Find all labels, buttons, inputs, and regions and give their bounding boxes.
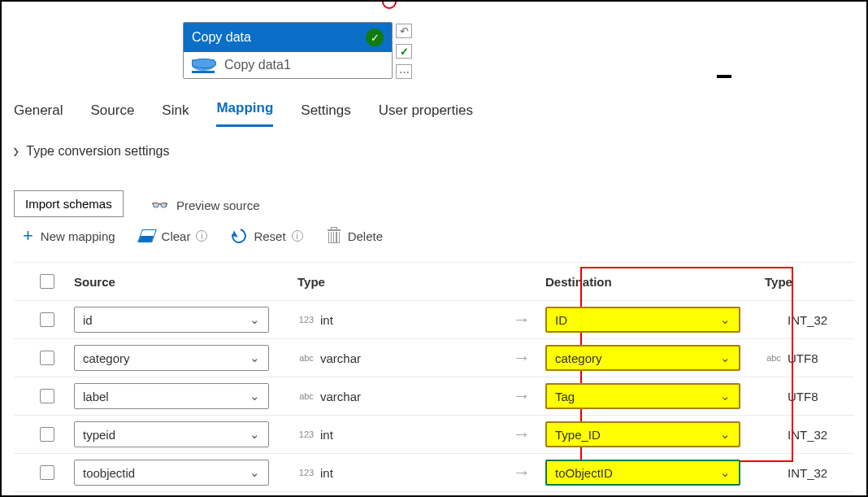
tab-general[interactable]: General (14, 102, 63, 127)
arrow-icon: → (513, 309, 545, 330)
chevron-down-icon: ⌄ (720, 465, 731, 480)
type-conversion-expander[interactable]: Type conversion settings (14, 144, 169, 159)
table-row: toobjectid ⌄ 123 int → toObjectID ⌄ INT_… (14, 454, 854, 492)
source-value: label (83, 390, 250, 403)
chevron-down-icon: ⌄ (720, 312, 731, 327)
source-type: int (320, 466, 333, 480)
source-value: category (83, 351, 250, 365)
chevron-down-icon: ⌄ (720, 427, 731, 442)
row-checkbox[interactable] (40, 351, 54, 365)
destination-select[interactable]: Type_ID ⌄ (545, 421, 740, 447)
destination-value: category (555, 351, 720, 365)
undo-icon[interactable]: ↶ (396, 24, 412, 38)
arrow-icon: → (513, 462, 545, 483)
destination-value: toObjectID (555, 466, 720, 480)
chevron-down-icon: ⌄ (720, 351, 731, 365)
destination-select[interactable]: ID ⌄ (545, 307, 740, 333)
tab-sink[interactable]: Sink (162, 102, 189, 127)
type-icon: 123 (297, 429, 315, 439)
source-value: toobjectid (83, 466, 250, 480)
col-destination: Destination (545, 275, 765, 289)
expander-label: Type conversion settings (26, 144, 169, 159)
type-icon: abc (297, 353, 315, 363)
tab-mapping[interactable]: Mapping (216, 100, 273, 127)
table-row: typeid ⌄ 123 int → Type_ID ⌄ INT_32 (14, 416, 854, 454)
source-select[interactable]: id ⌄ (74, 307, 269, 333)
check-icon[interactable]: ✓ (396, 44, 412, 59)
chevron-down-icon: ⌄ (720, 389, 731, 403)
table-header-row: Source Type Destination Type (14, 263, 854, 301)
destination-value: Tag (555, 390, 720, 403)
table-row: label ⌄ abc varchar → Tag ⌄ UTF8 (14, 377, 854, 416)
source-select[interactable]: toobjectid ⌄ (74, 460, 269, 486)
new-mapping-button[interactable]: + New mapping (23, 225, 115, 246)
destination-select[interactable]: category ⌄ (545, 345, 740, 371)
trash-icon (328, 229, 341, 243)
type-icon: abc (765, 353, 783, 363)
divider-mark (717, 75, 731, 78)
chevron-down-icon: ⌄ (250, 351, 260, 365)
row-checkbox[interactable] (40, 389, 54, 403)
clear-label: Clear (162, 229, 191, 243)
destination-select[interactable]: toObjectID ⌄ (545, 460, 740, 486)
col-type2: Type (765, 275, 854, 289)
row-checkbox[interactable] (40, 427, 54, 442)
arrow-icon: → (513, 424, 545, 445)
annotation-circle (382, 0, 397, 9)
source-value: typeid (83, 428, 250, 442)
new-mapping-label: New mapping (41, 229, 115, 243)
glasses-icon: 👓 (151, 197, 168, 214)
col-type: Type (297, 275, 513, 289)
source-select[interactable]: label ⌄ (74, 383, 269, 409)
chevron-right-icon (14, 144, 18, 159)
chevron-down-icon: ⌄ (250, 389, 260, 403)
success-badge-icon: ✓ (366, 28, 384, 46)
type-icon: 123 (297, 315, 315, 325)
destination-type: UTF8 (788, 351, 818, 365)
import-schemas-button[interactable]: Import schemas (14, 190, 124, 217)
clear-button[interactable]: Clear i (140, 229, 208, 243)
source-select[interactable]: category ⌄ (74, 345, 269, 371)
source-select[interactable]: typeid ⌄ (74, 421, 269, 447)
destination-value: Type_ID (555, 428, 720, 442)
destination-value: ID (555, 313, 720, 327)
reset-label: Reset (254, 229, 285, 243)
reset-icon (229, 226, 250, 246)
more-icon[interactable]: ⋯ (396, 64, 412, 79)
node-title: Copy data (192, 30, 251, 45)
table-row: category ⌄ abc varchar → category ⌄ abc … (14, 339, 854, 377)
destination-type: INT_32 (788, 428, 827, 442)
tab-source[interactable]: Source (90, 102, 134, 127)
destination-select[interactable]: Tag ⌄ (545, 383, 740, 409)
pipeline-node[interactable]: Copy data ✓ Copy data1 (183, 22, 393, 79)
tab-bar: General Source Sink Mapping Settings Use… (14, 99, 473, 127)
col-source: Source (74, 275, 297, 289)
chevron-down-icon: ⌄ (250, 312, 260, 327)
info-icon: i (196, 230, 207, 242)
eraser-icon (137, 229, 157, 242)
plus-icon: + (23, 225, 33, 246)
tab-user-properties[interactable]: User properties (379, 102, 473, 127)
reset-button[interactable]: Reset i (232, 229, 302, 243)
delete-label: Delete (348, 229, 383, 243)
destination-type: UTF8 (788, 390, 818, 403)
destination-type: INT_32 (788, 313, 827, 327)
source-type: varchar (320, 351, 361, 365)
row-checkbox[interactable] (40, 312, 54, 327)
row-checkbox[interactable] (40, 465, 54, 480)
source-value: id (83, 313, 250, 327)
chevron-down-icon: ⌄ (250, 427, 260, 442)
source-type: int (320, 428, 333, 442)
preview-source-link[interactable]: 👓 Preview source (151, 197, 260, 214)
tab-settings[interactable]: Settings (301, 102, 350, 127)
table-row: id ⌄ 123 int → ID ⌄ INT_32 (14, 301, 854, 339)
delete-button[interactable]: Delete (328, 229, 383, 243)
type-icon: 123 (297, 468, 315, 477)
select-all-checkbox[interactable] (40, 274, 54, 289)
arrow-icon: → (513, 386, 545, 407)
type-icon: abc (297, 391, 315, 401)
source-type: varchar (320, 390, 361, 403)
database-icon (192, 57, 215, 73)
destination-type: INT_32 (788, 466, 827, 480)
source-type: int (320, 313, 333, 327)
